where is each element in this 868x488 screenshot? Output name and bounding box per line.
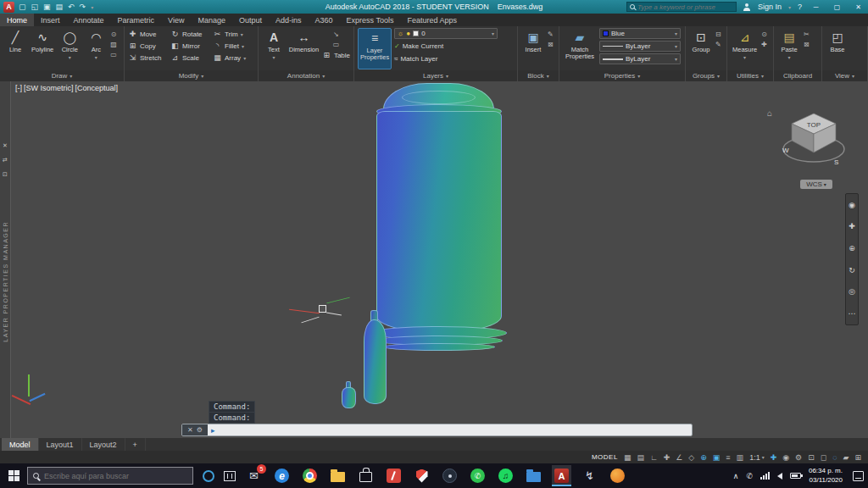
orange-app-icon[interactable] xyxy=(608,465,627,486)
new-layout-button[interactable]: + xyxy=(125,438,146,451)
undo-icon[interactable]: ↶ xyxy=(68,3,75,11)
action-center-icon[interactable] xyxy=(853,471,864,481)
groups-panel-expand-icon[interactable]: ▾ xyxy=(717,73,720,79)
mail-app-icon[interactable]: ✉ 5 xyxy=(244,465,264,486)
edge-app-icon[interactable]: e xyxy=(272,465,292,486)
viewcube-south-label[interactable]: S xyxy=(834,158,838,166)
copy-clip-icon[interactable]: ⊠ xyxy=(804,41,810,48)
palette-pin-icon[interactable]: ⊡ xyxy=(3,171,8,178)
groups-panel-label[interactable]: Groups ▾ xyxy=(686,70,726,81)
tab-layout2[interactable]: Layout2 xyxy=(82,438,125,451)
zoom-icon[interactable]: ⊕ xyxy=(849,244,855,252)
navigation-wheel-icon[interactable]: ◉ xyxy=(849,201,855,209)
save-icon[interactable]: ▣ xyxy=(43,3,51,11)
blue-folder-app-icon[interactable] xyxy=(524,465,543,486)
workspace-gear-icon[interactable]: ⚙ xyxy=(795,453,802,462)
block-editor-icon[interactable]: ⊠ xyxy=(548,41,554,48)
more-tools-icon[interactable]: ⋯ xyxy=(849,309,856,318)
stretch-button[interactable]: ⇲Stretch xyxy=(128,53,170,62)
tray-phone-icon[interactable]: ✆ xyxy=(746,472,753,480)
layer-select-combo[interactable]: ☼ ● 0 ▾ xyxy=(394,28,498,39)
scale-dropdown-icon[interactable]: ▾ xyxy=(762,454,765,460)
tab-annotate[interactable]: Annotate xyxy=(67,14,111,26)
units-icon[interactable]: ◻ xyxy=(821,453,826,462)
match-properties-button[interactable]: ▰ Match Properties xyxy=(563,28,597,69)
infer-constraints-icon[interactable]: ∟ xyxy=(650,453,658,462)
text-button[interactable]: A Text ▾ xyxy=(262,28,286,69)
sign-in-dropdown-icon[interactable]: ▾ xyxy=(788,4,791,10)
move-button[interactable]: ✚Move xyxy=(128,30,170,38)
clipboard-panel-label[interactable]: Clipboard xyxy=(774,70,821,81)
palette-title[interactable]: LAYER PROPERTIES MANAGER xyxy=(3,221,8,342)
model-space-canvas[interactable]: ✕ ⇄ ⊡ LAYER PROPERTIES MANAGER [-] [SW I… xyxy=(0,81,868,438)
dynamic-input-icon[interactable]: ✚ xyxy=(664,453,670,462)
command-input-area[interactable]: ▸ xyxy=(208,424,692,435)
network-icon[interactable] xyxy=(760,472,770,480)
help-search-box[interactable] xyxy=(626,2,737,12)
maximize-button[interactable]: ▢ xyxy=(830,3,844,11)
polyline-button[interactable]: ∿ Polyline xyxy=(30,28,55,69)
region-icon-2[interactable]: ▭ xyxy=(333,41,340,48)
cylinder-body[interactable] xyxy=(376,111,502,333)
help-search-input[interactable] xyxy=(637,3,733,11)
small-bottle-body[interactable] xyxy=(342,387,356,408)
cut-icon[interactable]: ✂ xyxy=(804,30,810,38)
text-dropdown-icon[interactable]: ▾ xyxy=(272,54,275,60)
match-layer-button[interactable]: ≈ Match Layer xyxy=(394,53,498,64)
draw-panel-label[interactable]: Draw ▾ xyxy=(0,70,124,81)
object-snap-icon[interactable]: ▣ xyxy=(713,453,721,462)
annotation-panel-label[interactable]: Annotation ▾ xyxy=(259,70,353,81)
fillet-button[interactable]: ◝Fillet▾ xyxy=(213,42,255,50)
table-button[interactable]: ⊞Table xyxy=(322,51,350,59)
annotation-panel-expand-icon[interactable]: ▾ xyxy=(322,73,325,79)
leader-icon[interactable]: ↘ xyxy=(333,30,339,38)
lineweight-dropdown-icon[interactable]: ▾ xyxy=(675,56,677,62)
autocad-taskbar-icon[interactable]: A xyxy=(552,465,571,486)
tab-express-tools[interactable]: Express Tools xyxy=(340,14,401,26)
block-panel-expand-icon[interactable]: ▾ xyxy=(547,73,549,79)
layer-properties-palette-bar[interactable]: ✕ ⇄ ⊡ LAYER PROPERTIES MANAGER xyxy=(0,81,11,438)
group-edit-icon[interactable]: ✎ xyxy=(715,41,721,48)
circle-button[interactable]: ◯ Circle ▾ xyxy=(58,28,81,69)
qat-dropdown-icon[interactable]: ▾ xyxy=(91,4,93,10)
chrome-app-icon[interactable] xyxy=(300,465,320,486)
volume-icon[interactable] xyxy=(777,473,782,480)
wcs-dropdown[interactable]: WCS ▾ xyxy=(800,180,832,189)
trim-button[interactable]: ✂Trim▾ xyxy=(213,30,255,38)
orbit-icon[interactable]: ↻ xyxy=(849,266,855,274)
lineweight-icon[interactable]: ≡ xyxy=(726,453,730,462)
microsoft-store-icon[interactable] xyxy=(356,465,376,486)
ellipse-icon[interactable]: ⊙ xyxy=(111,30,117,38)
dark-circle-app-icon[interactable] xyxy=(440,465,459,486)
tab-manage[interactable]: Manage xyxy=(191,14,232,26)
viewcube-top-face-label[interactable]: TOP xyxy=(807,121,821,129)
task-view-icon[interactable] xyxy=(224,471,236,481)
help-icon[interactable]: ? xyxy=(798,3,802,11)
paste-dropdown-icon[interactable]: ▾ xyxy=(787,54,790,60)
tab-add-ins[interactable]: Add-ins xyxy=(269,14,309,26)
redo-icon[interactable]: ↷ xyxy=(80,3,86,11)
palette-autohide-icon[interactable]: ⇄ xyxy=(3,157,8,164)
graphics-performance-icon[interactable]: ▰ xyxy=(843,453,849,462)
rotate-button[interactable]: ↻Rotate xyxy=(170,30,213,38)
trim-dropdown-icon[interactable]: ▾ xyxy=(241,31,243,37)
plot-icon[interactable]: ▤ xyxy=(56,3,64,11)
measure-dropdown-icon[interactable]: ▾ xyxy=(743,54,746,60)
lightning-app-icon[interactable]: ↯ xyxy=(580,465,599,486)
line-button[interactable]: ╱ Line xyxy=(3,28,27,69)
copy-button[interactable]: ⊞Copy xyxy=(128,42,170,50)
command-close-icon[interactable]: ✕ xyxy=(187,426,193,434)
tab-model[interactable]: Model xyxy=(2,438,39,451)
linetype-combo[interactable]: ByLayer ▾ xyxy=(599,41,681,52)
palette-close-icon[interactable]: ✕ xyxy=(3,142,8,149)
file-explorer-icon[interactable] xyxy=(328,465,348,486)
ortho-icon[interactable]: ∠ xyxy=(676,453,682,462)
layers-panel-label[interactable]: Layers ▾ xyxy=(354,70,517,81)
app-menu-button[interactable]: A xyxy=(3,2,14,13)
hidden-icons-expand-icon[interactable]: ∧ xyxy=(733,472,739,480)
dimension-button[interactable]: ↔ Dimension xyxy=(288,28,320,69)
linetype-dropdown-icon[interactable]: ▾ xyxy=(675,43,677,49)
hatch-icon[interactable]: ▨ xyxy=(110,41,117,48)
tab-output[interactable]: Output xyxy=(232,14,269,26)
minimize-button[interactable]: ─ xyxy=(809,3,823,11)
